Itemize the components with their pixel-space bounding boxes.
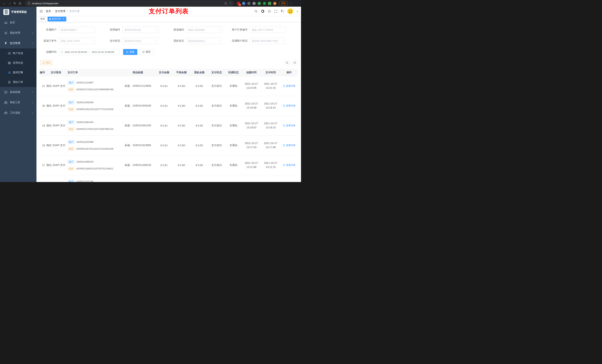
merchant-order-no-input[interactable] (252, 29, 284, 31)
channel-code-input[interactable] (188, 29, 217, 31)
extension-icon[interactable] (258, 2, 261, 5)
pay-amount: ¥ 0.01 (155, 144, 172, 147)
view-detail-link[interactable]: 查看详情 (283, 124, 295, 127)
pay-status: 支付成功 (208, 164, 225, 167)
channel-code-select[interactable] (186, 27, 222, 33)
caret-down-icon[interactable]: ▾ (297, 10, 298, 13)
breadcrumb-home[interactable]: 首页 (46, 10, 51, 13)
col-header-fee: 手续金额 (172, 71, 190, 74)
view-detail-link[interactable]: 查看详情 (283, 104, 295, 107)
pay-tag: 支付 (68, 107, 75, 111)
pay-tag: 支付 (68, 167, 75, 171)
date-range-end[interactable]: 2021-10-31 23:59:59 (92, 51, 114, 53)
bookmark-star-icon[interactable]: ☆ (229, 2, 232, 5)
sidebar-item-home[interactable]: 首页 (0, 17, 36, 28)
browser-update-button[interactable]: 更新 (279, 1, 288, 6)
app-select[interactable] (122, 27, 159, 33)
channel-order-no-input[interactable] (61, 40, 93, 42)
fullscreen-icon[interactable] (274, 10, 277, 13)
font-size-icon[interactable]: TT (281, 10, 284, 13)
sidebar-item-workflow[interactable]: 工作流程 (0, 108, 36, 118)
sidebar-item-system[interactable]: 系统管理 (0, 28, 36, 38)
search-icon[interactable] (255, 10, 258, 13)
reset-button[interactable]: 重置 (139, 49, 153, 55)
order-id: 20 (39, 104, 46, 107)
sidebar-item-dev-tools[interactable]: 研发工具 (0, 97, 36, 108)
monitor-icon (4, 91, 7, 94)
sidebar-item-merchant-info[interactable]: 商户信息 (0, 48, 36, 58)
refund-amount: ¥ 0.00 (190, 164, 208, 167)
merchant-select-input[interactable] (61, 29, 93, 31)
sidebar-item-label: 商户信息 (13, 52, 23, 55)
app-logo[interactable]: 芋道管理系统 (0, 7, 36, 17)
sidebar-item-refund-order[interactable]: 退款订单 (0, 77, 36, 87)
browser-menu-icon[interactable]: ⋮ (290, 2, 292, 5)
date-range-picker[interactable]: 2021-10-01 00:00:00 - 2021-10-31 23:59:5… (59, 49, 120, 55)
close-icon[interactable]: × (62, 18, 64, 20)
pay-amount: ¥ 0.01 (155, 84, 172, 87)
pay-status-input[interactable] (124, 40, 154, 42)
url-text: localhost:1024/pay/order (32, 2, 58, 5)
extension-check-icon[interactable]: ✓ (263, 2, 266, 5)
toggle-search-button[interactable] (284, 60, 290, 65)
tab-pay-order[interactable]: 支付订单 × (48, 17, 66, 21)
channel-order-no-field[interactable] (59, 38, 95, 44)
merchant-order-no: 1635311157136 (76, 180, 93, 182)
browser-home-button[interactable] (17, 1, 22, 6)
sidebar-item-label: 工作流程 (10, 111, 32, 114)
col-header-amount: 支付金额 (155, 71, 172, 74)
refund-amount: ¥ 0.00 (190, 124, 208, 127)
col-header-status: 支付状态 (208, 71, 225, 74)
url-bar[interactable]: localhost:1024/pay/order ☆ (25, 1, 234, 6)
briefcase-icon (4, 111, 7, 114)
sidebar-toggle-icon[interactable] (39, 10, 43, 13)
pay-status-select[interactable] (122, 38, 159, 44)
sidebar-item-payment[interactable]: ¥ 支付管理 (0, 38, 36, 48)
extension-emoji-icon[interactable]: •‿• (273, 2, 276, 5)
site-info-icon[interactable] (28, 2, 30, 5)
view-detail-link[interactable]: 查看详情 (283, 144, 295, 147)
pay-order-cell: 商户1635311949168 支付4200001181202110277723… (66, 100, 120, 111)
search-button[interactable]: 搜索 (123, 49, 137, 55)
sidebar-item-label: 支付订单 (13, 71, 23, 74)
extension-icon[interactable] (252, 2, 256, 5)
browser-forward-button[interactable]: → (7, 1, 12, 6)
refund-status-select[interactable] (186, 38, 222, 44)
merchant-select[interactable] (59, 27, 95, 33)
browser-reload-button[interactable]: ↻ (12, 1, 17, 6)
date-range-start[interactable]: 2021-10-01 00:00:00 (65, 51, 87, 53)
user-avatar[interactable] (287, 8, 293, 14)
merchant-tag: 商户 (68, 120, 75, 124)
target-icon (8, 71, 11, 74)
filter-merchant: 所属商户 (39, 27, 95, 33)
view-detail-link[interactable]: 查看详情 (283, 164, 295, 167)
browser-back-button[interactable]: ← (2, 1, 7, 6)
extension-icon[interactable] (268, 2, 271, 5)
refresh-table-button[interactable] (292, 60, 297, 65)
sidebar-item-infrastructure[interactable]: 基础设施 (0, 87, 36, 97)
tab-home[interactable]: 首页 (39, 17, 46, 21)
sidebar-item-label: 系统管理 (10, 31, 32, 35)
clock-icon (61, 51, 63, 53)
extension-icon[interactable] (242, 2, 245, 5)
help-icon[interactable]: ? (268, 10, 271, 13)
callback-status-select[interactable] (250, 38, 286, 44)
fee-amount: ¥ 0.00 (172, 164, 190, 167)
view-detail-link[interactable]: 查看详情 (283, 84, 295, 88)
annotation-text: 支付订单列表 (149, 7, 189, 16)
refund-status-input[interactable] (188, 40, 217, 42)
breadcrumb-section[interactable]: 支付管理 (55, 10, 65, 13)
github-icon[interactable] (261, 10, 264, 13)
callback-status-input[interactable] (252, 40, 281, 42)
filter-channel-order-no: 渠道订单号 (39, 38, 95, 44)
extension-icon[interactable]: 10 (237, 2, 240, 5)
app-select-input[interactable] (124, 29, 154, 31)
extension-cluster: 10 ✓ •‿• (237, 2, 276, 5)
export-button[interactable]: 导出 (40, 60, 53, 65)
extension-icon[interactable] (247, 2, 250, 5)
col-header-order: 支付订单 (66, 71, 120, 74)
sidebar-item-app-info[interactable]: 应用信息 (0, 58, 36, 68)
merchant-order-no-field[interactable] (250, 27, 286, 33)
sidebar-item-pay-order[interactable]: 支付订单 (0, 68, 36, 77)
share-icon[interactable] (224, 2, 227, 5)
